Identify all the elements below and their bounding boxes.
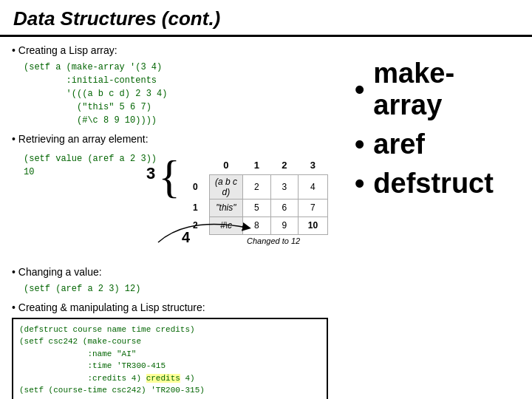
struct-code-line4: :time 'TR300-415 (19, 360, 321, 372)
credits-highlight: credits (146, 374, 180, 383)
section-changing: • Changing a value: (setf (aref a 2 3) 1… (12, 266, 328, 296)
struct-code-line2: (setf csc242 (make-course (19, 335, 321, 348)
changed-label: Changed to 12 (247, 236, 300, 245)
section4-label: • Creating & manipulating a Lisp structu… (12, 301, 328, 313)
cell-0-3: 4 (298, 174, 327, 199)
cell-0-1: 2 (243, 174, 270, 199)
array-row-index: 3 (146, 166, 155, 182)
slide: Data Structures (cont.) • Creating a Lis… (0, 0, 532, 399)
struct-code-box: (defstruct course name time credits) (se… (12, 318, 328, 400)
section-creating-array: • Creating a Lisp array: (setf a (make-a… (12, 44, 328, 127)
section2-code: (setf value (aref a 2 3)) 10 (24, 152, 143, 179)
right-column: make-array aref defstruct (340, 37, 532, 395)
col-header-0: 0 (209, 157, 243, 174)
bullet-make-array: make-array (355, 58, 517, 121)
cell-2-2: 9 (270, 216, 298, 234)
cell-2-3: 10 (298, 216, 327, 234)
bullet-aref: aref (355, 129, 517, 160)
struct-code-line7: (course-time csc242) (19, 397, 321, 400)
struct-code-line5: :credits 4) credits 4) (19, 372, 321, 385)
section3-code: (setf (aref a 2 3) 12) (24, 282, 328, 296)
section-struct: • Creating & manipulating a Lisp structu… (12, 301, 328, 400)
section-retrieving: • Retrieving an array element: (setf val… (12, 133, 328, 265)
main-content: • Creating a Lisp array: (setf a (make-a… (0, 37, 532, 395)
struct-code-line6: (setf (course-time csc242) 'TR200-315) (19, 384, 321, 397)
cell-0-2: 3 (270, 174, 298, 199)
struct-code-line1: (defstruct course name time credits) (19, 324, 321, 336)
col-header-2: 2 (270, 157, 298, 174)
left-column: • Creating a Lisp array: (setf a (make-a… (0, 37, 340, 395)
table-corner (182, 157, 209, 174)
section2-label: • Retrieving an array element: (12, 133, 328, 145)
cell-1-3: 7 (298, 199, 327, 216)
cell-0-0: (a b c d) (209, 174, 243, 199)
row-label-0: 0 (182, 174, 209, 199)
section3-label: • Changing a value: (12, 266, 328, 278)
array-brace: { (158, 155, 180, 199)
bullet-defstruct: defstruct (355, 168, 517, 200)
col-header-1: 1 (243, 157, 270, 174)
right-bullet-list: make-array aref defstruct (355, 58, 517, 207)
section1-code: (setf a (make-array '(3 4) :initial-cont… (24, 61, 328, 127)
struct-code-line3: :name "AI" (19, 348, 321, 361)
title-bar: Data Structures (cont.) (0, 0, 532, 37)
section1-label: • Creating a Lisp array: (12, 44, 328, 56)
slide-title: Data Structures (cont.) (13, 7, 519, 30)
col-header-3: 3 (298, 157, 327, 174)
cell-1-2: 6 (270, 199, 298, 216)
table-row: 0 (a b c d) 2 3 4 (182, 174, 327, 199)
